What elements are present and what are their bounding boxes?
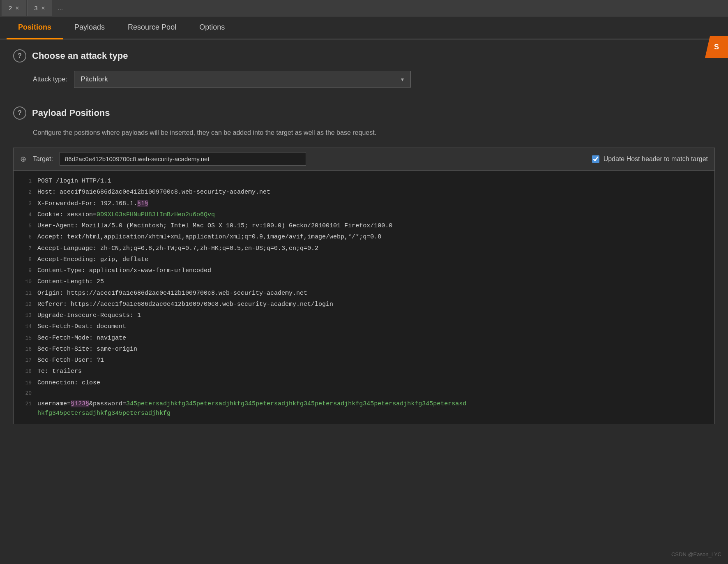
nav-tabs: Positions Payloads Resource Pool Options [0, 16, 728, 39]
target-row: ⊕ Target: Update Host header to match ta… [13, 148, 715, 170]
attack-type-section-header: ? Choose an attack type [13, 49, 715, 62]
line-content: Sec-Fetch-User: ?1 [37, 356, 104, 365]
request-line-2: 2Host: acec1f9a1e686d2ac0e412b1009700c8.… [14, 187, 714, 198]
line-number: 11 [18, 289, 32, 298]
line-content: X-Forwarded-For: 192.168.1.§1§ [37, 199, 148, 208]
attack-type-value: Pitchfork [81, 75, 108, 83]
line-number: 20 [18, 389, 32, 398]
line-number: 4 [18, 211, 32, 219]
request-line-11: 11Origin: https://acec1f9a1e686d2ac0e412… [14, 288, 714, 299]
request-editor[interactable]: 1POST /login HTTP/1.12Host: acec1f9a1e68… [13, 170, 715, 424]
request-line-5: 5User-Agent: Mozilla/5.0 (Macintosh; Int… [14, 220, 714, 231]
main-content: ? Choose an attack type Attack type: Pit… [0, 39, 728, 434]
request-line-1: 1POST /login HTTP/1.1 [14, 176, 714, 187]
request-line-19: 19Connection: close [14, 377, 714, 388]
watermark: CSDN @Eason_LYC [671, 551, 721, 557]
request-line-16: 16Sec-Fetch-Site: same-origin [14, 344, 714, 355]
request-line-3: 3X-Forwarded-For: 192.168.1.§1§ [14, 198, 714, 209]
line-number: 19 [18, 379, 32, 387]
tab-bar: 2 ✕ 3 ✕ ... [0, 0, 728, 16]
request-line-4: 4Cookie: session=0D9XL03sFHNuPU83lImBzHe… [14, 209, 714, 220]
line-content: Content-Type: application/x-www-form-url… [37, 266, 211, 275]
line-number: 2 [18, 188, 32, 196]
request-line-9: 9Content-Type: application/x-www-form-ur… [14, 265, 714, 276]
line-content: Sec-Fetch-Mode: navigate [37, 333, 126, 343]
request-line-12: 12Referer: https://acec1f9a1e686d2ac0e41… [14, 299, 714, 310]
update-host-header-row: Update Host header to match target [592, 155, 708, 163]
line-segment: X-Forwarded-For: 192.168.1. [37, 200, 137, 207]
line-number: 13 [18, 312, 32, 320]
line-content: Upgrade-Insecure-Requests: 1 [37, 311, 141, 320]
line-content: Te: trailers [37, 367, 82, 376]
attack-type-label: Attack type: [33, 76, 67, 83]
line-content: POST /login HTTP/1.1 [37, 176, 111, 186]
payload-positions-section-header: ? Payload Positions [13, 106, 715, 120]
line-content: Referer: https://acec1f9a1e686d2ac0e412b… [37, 300, 333, 309]
request-line-10: 10Content-Length: 25 [14, 276, 714, 287]
request-line-13: 13Upgrade-Insecure-Requests: 1 [14, 310, 714, 321]
tab-2-label: 2 [9, 5, 12, 12]
line-number: 15 [18, 334, 32, 342]
line-segment: Cookie: session= [37, 211, 97, 218]
line-number: 6 [18, 233, 32, 241]
line-content: Content-Length: 25 [37, 277, 104, 287]
tab-2[interactable]: 2 ✕ [2, 0, 26, 16]
line-number: 3 [18, 200, 32, 208]
target-scope-icon: ⊕ [20, 155, 26, 164]
attack-type-help-icon[interactable]: ? [13, 49, 26, 62]
line-segment: &password= [89, 400, 126, 407]
request-line-17: 17Sec-Fetch-User: ?1 [14, 355, 714, 366]
payload-positions-desc: Configure the positions where payloads w… [33, 128, 485, 138]
line-number: 12 [18, 300, 32, 309]
line-number: 9 [18, 267, 32, 275]
tab-options[interactable]: Options [188, 16, 236, 39]
request-line-6: 6Accept: text/html,application/xhtml+xml… [14, 231, 714, 243]
line-content: Accept-Language: zh-CN,zh;q=0.8,zh-TW;q=… [37, 244, 318, 253]
line-number: 8 [18, 256, 32, 264]
tab-positions[interactable]: Positions [7, 16, 63, 39]
line-segment: §1§ [137, 200, 148, 207]
request-line-14: 14Sec-Fetch-Dest: document [14, 321, 714, 332]
line-content: Cookie: session=0D9XL03sFHNuPU83lImBzHeo… [37, 210, 215, 220]
line-number: 18 [18, 368, 32, 376]
payload-positions-help-icon[interactable]: ? [13, 106, 26, 120]
update-host-header-label: Update Host header to match target [604, 155, 708, 163]
attack-type-row: Attack type: Pitchfork ▾ [33, 71, 715, 88]
tab-2-close[interactable]: ✕ [15, 5, 19, 11]
update-host-header-checkbox[interactable] [592, 155, 599, 163]
payload-positions-title: Payload Positions [32, 108, 110, 118]
request-line-8: 8Accept-Encoding: gzip, deflate [14, 254, 714, 265]
attack-type-dropdown[interactable]: Pitchfork ▾ [74, 71, 411, 88]
line-segment: username= [37, 400, 71, 407]
line-number: 1 [18, 177, 32, 185]
tab-more[interactable]: ... [53, 0, 68, 16]
tab-3-close[interactable]: ✕ [41, 5, 45, 11]
line-number: 21 [18, 400, 32, 408]
tab-resource-pool[interactable]: Resource Pool [116, 16, 188, 39]
line-number: 5 [18, 222, 32, 230]
line-number: 14 [18, 323, 32, 331]
line-number: 10 [18, 278, 32, 286]
target-input[interactable] [60, 152, 306, 166]
request-line-15: 15Sec-Fetch-Mode: navigate [14, 333, 714, 344]
line-content: Connection: close [37, 378, 100, 388]
line-content: Sec-Fetch-Site: same-origin [37, 344, 137, 354]
line-number: 7 [18, 245, 32, 253]
tab-payloads[interactable]: Payloads [63, 16, 116, 39]
request-line-7: 7Accept-Language: zh-CN,zh;q=0.8,zh-TW;q… [14, 243, 714, 254]
line-content: Accept-Encoding: gzip, deflate [37, 255, 148, 264]
line-content: User-Agent: Mozilla/5.0 (Macintosh; Inte… [37, 221, 392, 231]
line-content: Host: acec1f9a1e686d2ac0e412b1009700c8.w… [37, 187, 270, 197]
line-number: 16 [18, 345, 32, 354]
tab-3[interactable]: 3 ✕ [27, 0, 52, 16]
line-content: Sec-Fetch-Dest: document [37, 322, 126, 331]
line-content: Accept: text/html,application/xhtml+xml,… [37, 232, 381, 242]
attack-type-title: Choose an attack type [32, 51, 128, 61]
line-segment: 0D9XL03sFHNuPU83lImBzHeo2u6o6Qvq [97, 211, 215, 218]
target-label: Target: [33, 155, 53, 163]
request-line-18: 18Te: trailers [14, 366, 714, 377]
request-line-20: 20 [14, 388, 714, 398]
line-content: Origin: https://acec1f9a1e686d2ac0e412b1… [37, 289, 307, 298]
line-segment: §123§ [71, 400, 89, 407]
section-divider [13, 98, 715, 98]
